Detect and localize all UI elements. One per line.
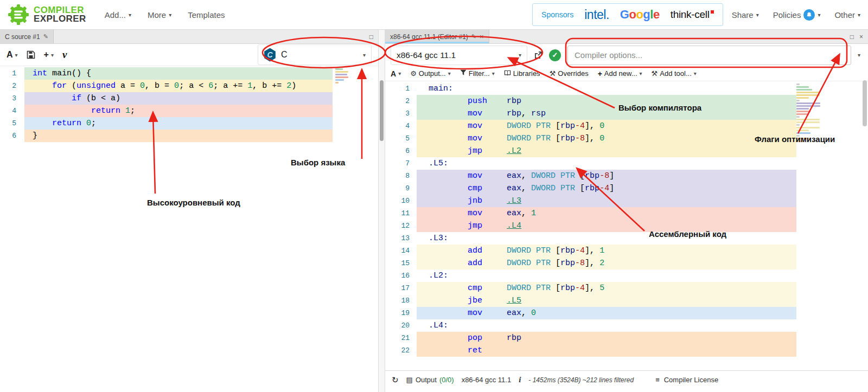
- code-line[interactable]: 10 jnb .L3: [385, 195, 868, 207]
- code-line[interactable]: 2 for (unsigned a = 0, b = 0; a < 6; a +…: [0, 80, 378, 92]
- minimap-line: [335, 76, 348, 78]
- line-number: 11: [385, 207, 410, 220]
- notification-bell-icon[interactable]: [803, 9, 815, 21]
- compiler-options-input[interactable]: [567, 46, 851, 65]
- vim-mode-toggle[interactable]: v: [62, 49, 67, 61]
- libraries-button[interactable]: Libraries: [504, 69, 540, 78]
- license-icon: ≡: [655, 376, 660, 384]
- maximize-pane-icon[interactable]: □: [369, 33, 373, 41]
- code-line[interactable]: 4 return 1;: [0, 105, 378, 117]
- other-label: Other: [834, 10, 855, 20]
- code-line[interactable]: 11 mov eax, 1: [385, 207, 868, 220]
- code-line[interactable]: 22 ret: [385, 344, 868, 357]
- rename-icon[interactable]: ✎: [43, 33, 48, 40]
- source-scrollbar-thumb[interactable]: [380, 80, 384, 141]
- code-line[interactable]: 18 jbe .L5: [385, 294, 868, 307]
- close-pane-icon[interactable]: ×: [859, 33, 863, 41]
- output-toggle-button[interactable]: ▤ Output (0/0): [406, 376, 454, 384]
- code-line[interactable]: 1int main() {: [0, 67, 378, 80]
- code-line[interactable]: 5 return 0;: [0, 117, 378, 130]
- minimap-line: [796, 124, 800, 126]
- output-menu-button[interactable]: ⚙ Output... ▾: [410, 69, 451, 78]
- code-line[interactable]: 3 if (b < a): [0, 92, 378, 105]
- code-line[interactable]: 19 mov eax, 0: [385, 307, 868, 319]
- add-pane-button[interactable]: + ▾: [44, 50, 54, 60]
- nav-templates[interactable]: Templates: [188, 10, 225, 20]
- output-count: (0/0): [439, 376, 454, 384]
- code-line[interactable]: 9 cmp eax, DWORD PTR [rbp-4]: [385, 182, 868, 195]
- chevron-down-icon: ▾: [129, 12, 131, 18]
- pane-divider[interactable]: [378, 30, 385, 392]
- overrides-button[interactable]: ⚒ Overrides: [550, 69, 589, 78]
- code-line[interactable]: 14 add DWORD PTR [rbp-4], 1: [385, 245, 868, 257]
- nav-more-menu[interactable]: More ▾: [148, 10, 171, 20]
- source-editor[interactable]: 1int main() {2 for (unsigned a = 0, b = …: [0, 66, 378, 392]
- compiler-tab-strip: x86-64 gcc 11.1 (Editor #1) ✎ × □ ×: [385, 30, 868, 44]
- other-menu[interactable]: Other ▾: [834, 10, 860, 20]
- add-new-button[interactable]: + Add new... ▾: [598, 69, 642, 78]
- intel-logo[interactable]: intel.: [584, 8, 609, 22]
- code-line[interactable]: 8 mov eax, DWORD PTR [rbp-8]: [385, 170, 868, 182]
- font-size-button[interactable]: A ▾: [7, 50, 18, 60]
- code-text: int main() {: [24, 67, 333, 80]
- line-number: 1: [385, 82, 410, 95]
- compile-timing-text: - 1452ms (3524B) ~212 lines filtered: [528, 376, 634, 384]
- think-cell-logo[interactable]: think-cell: [671, 9, 714, 21]
- share-menu[interactable]: Share ▾: [732, 10, 759, 20]
- recompile-icon[interactable]: ↻: [392, 375, 399, 385]
- code-line[interactable]: 16.L2:: [385, 269, 868, 282]
- nav-more-label: More: [148, 10, 166, 20]
- save-icon[interactable]: [27, 50, 35, 59]
- line-number: 3: [385, 107, 410, 120]
- line-number: 20: [385, 319, 410, 332]
- output-label: Output: [416, 376, 437, 384]
- code-text: .L3:: [417, 232, 796, 245]
- code-line[interactable]: 13.L3:: [385, 232, 868, 245]
- chevron-down-icon: ▾: [756, 12, 759, 18]
- compiler-selector[interactable]: x86-64 gcc 11.1 ▾: [391, 46, 527, 65]
- filter-menu-button[interactable]: Filter... ▾: [460, 69, 495, 78]
- code-line[interactable]: 15 add DWORD PTR [rbp-8], 2: [385, 257, 868, 269]
- source-minimap[interactable]: [335, 68, 349, 85]
- add-tool-button[interactable]: ⚒ Add tool... ▾: [652, 69, 697, 78]
- code-line[interactable]: 7.L5:: [385, 157, 868, 170]
- chevron-down-icon: ▾: [519, 52, 521, 58]
- nav-add-menu[interactable]: Add... ▾: [105, 10, 131, 20]
- tab-c-source[interactable]: C source #1 ✎: [0, 30, 54, 43]
- code-line[interactable]: 12 jmp .L4: [385, 220, 868, 232]
- language-selector[interactable]: C C ▾: [258, 44, 372, 65]
- sponsors-box[interactable]: Sponsors intel. Google think-cell: [532, 3, 723, 26]
- policies-menu[interactable]: Policies ▾: [773, 9, 821, 21]
- minimap-line: [796, 127, 820, 128]
- font-size-button[interactable]: A ▾: [391, 69, 401, 78]
- compiler-license-link[interactable]: ≡ Compiler License: [655, 376, 718, 384]
- close-tab-icon[interactable]: ×: [480, 33, 484, 41]
- code-line[interactable]: 20.L4:: [385, 319, 868, 332]
- compiler-license-label: Compiler License: [664, 376, 718, 384]
- info-icon[interactable]: i: [519, 375, 521, 384]
- minimap-line: [796, 89, 812, 91]
- annotation-label-language: Выбор языка: [291, 158, 345, 167]
- logo-line2: EXPLORER: [34, 15, 86, 23]
- open-compiler-popout-icon[interactable]: [534, 51, 542, 60]
- nav-add-label: Add...: [105, 10, 126, 20]
- code-line[interactable]: 6}: [0, 130, 378, 142]
- tab-compiler[interactable]: x86-64 gcc 11.1 (Editor #1) ✎ ×: [385, 30, 489, 43]
- code-text: jmp .L2: [417, 145, 796, 157]
- line-number: 14: [385, 245, 410, 257]
- page-scrollbar-thumb[interactable]: [863, 80, 867, 126]
- asm-editor[interactable]: 1main:2 push rbp3 mov rbp, rsp4 mov DWOR…: [385, 81, 868, 370]
- overrides-label: Overrides: [558, 69, 588, 78]
- maximize-pane-icon[interactable]: □: [850, 33, 854, 41]
- compiler-explorer-app: COMPILER EXPLORER Add... ▾ More ▾ Templa…: [0, 0, 868, 392]
- options-dropdown-icon[interactable]: ▾: [858, 52, 860, 58]
- logo[interactable]: COMPILER EXPLORER: [8, 4, 86, 25]
- rename-icon[interactable]: ✎: [471, 33, 476, 40]
- google-logo[interactable]: Google: [620, 8, 660, 22]
- code-line[interactable]: 21 pop rbp: [385, 332, 868, 344]
- code-line[interactable]: 4 mov DWORD PTR [rbp-4], 0: [385, 120, 868, 132]
- code-line[interactable]: 17 cmp DWORD PTR [rbp-4], 5: [385, 282, 868, 294]
- code-line[interactable]: 6 jmp .L2: [385, 145, 868, 157]
- line-number: 21: [385, 332, 410, 344]
- code-line[interactable]: 1main:: [385, 82, 868, 95]
